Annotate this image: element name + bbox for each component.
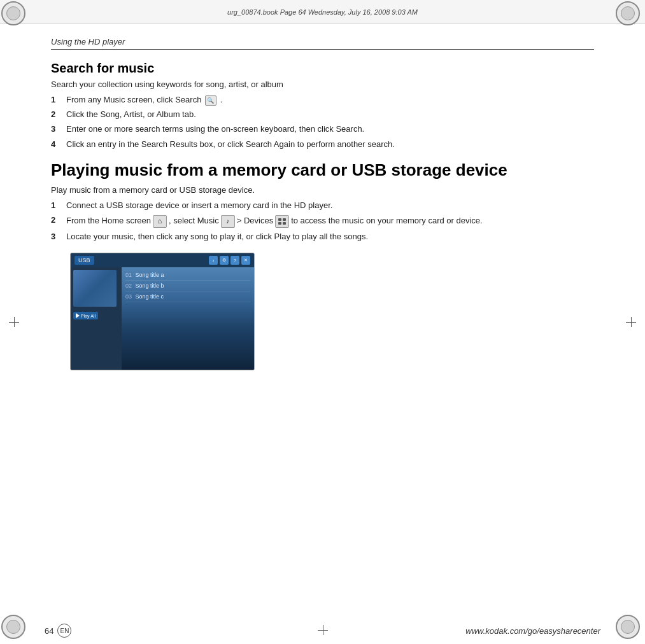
corner-decoration-bl xyxy=(1,615,29,643)
side-crosshair-left xyxy=(9,317,19,327)
corner-circle-bl xyxy=(1,615,25,639)
en-badge: EN xyxy=(57,624,71,638)
song-title: Song title a xyxy=(136,272,164,278)
screen-icon-1: ♪ xyxy=(209,256,218,265)
bottom-center-crosshair xyxy=(318,625,328,635)
svg-rect-2 xyxy=(278,222,281,225)
svg-rect-3 xyxy=(283,222,286,225)
corner-circle-inner-tl xyxy=(6,6,20,20)
song-title: Song title b xyxy=(136,283,164,289)
search-heading: Search for music xyxy=(51,61,594,76)
corner-decoration-tl xyxy=(1,1,29,29)
music-icon: ♪ xyxy=(221,215,235,228)
song-item: 03 Song title c xyxy=(125,291,250,302)
screenshot-content: Play All 01 Song title a 02 Song title b xyxy=(71,267,254,370)
play-step-number-1: 1 xyxy=(51,200,62,211)
screen-icon-2: ⚙ xyxy=(220,256,229,265)
play-all-button: Play All xyxy=(73,312,98,319)
side-crosshair-right xyxy=(626,317,636,327)
page-number: 64 xyxy=(45,626,53,636)
screenshot-top-bar: USB ♪ ⚙ ? ✕ xyxy=(71,253,254,267)
step-item: 1 Connect a USB storage device or insert… xyxy=(51,200,594,211)
screen-left-panel: Play All xyxy=(71,267,122,370)
step-number-1: 1 xyxy=(51,94,62,106)
song-list: 01 Song title a 02 Song title b 03 Song … xyxy=(125,270,250,302)
song-number: 02 xyxy=(125,283,132,289)
step-item: 1 From any Music screen, click Search . xyxy=(51,94,594,106)
screen-icon-3: ? xyxy=(230,256,239,265)
step-number-2: 2 xyxy=(51,109,62,120)
play-step-number-3: 3 xyxy=(51,231,62,242)
section-divider xyxy=(51,49,594,50)
playing-steps-list: 1 Connect a USB storage device or insert… xyxy=(51,200,594,242)
step-item: 3 Enter one or more search terms using t… xyxy=(51,123,594,135)
top-bar-text: urg_00874.book Page 64 Wednesday, July 1… xyxy=(227,8,418,16)
corner-circle-inner-bl xyxy=(6,620,20,634)
screenshot-image: USB ♪ ⚙ ? ✕ Play All xyxy=(70,253,255,370)
screen-right-panel: 01 Song title a 02 Song title b 03 Song … xyxy=(122,267,254,370)
footer-page-number: 64 EN xyxy=(45,624,71,638)
svg-rect-1 xyxy=(283,218,286,221)
svg-rect-0 xyxy=(278,218,281,221)
search-icon-inline xyxy=(205,95,216,106)
corner-circle-inner-tr xyxy=(621,6,635,20)
page-container: urg_00874.book Page 64 Wednesday, July 1… xyxy=(0,0,645,644)
step-text-2: Click the Song, Artist, or Album tab. xyxy=(66,109,594,120)
step-item: 4 Click an entry in the Search Results b… xyxy=(51,139,594,150)
footer-url: www.kodak.com/go/easysharecenter xyxy=(465,626,600,636)
album-art xyxy=(73,270,117,307)
playing-subtext: Play music from a memory card or USB sto… xyxy=(51,185,594,195)
play-step-text-3: Locate your music, then click any song t… xyxy=(66,231,594,242)
corner-circle-tr xyxy=(616,1,640,25)
song-number: 03 xyxy=(125,293,132,300)
step-item: 2 From the Home screen ⌂ , select Music … xyxy=(51,214,594,228)
song-title: Song title c xyxy=(136,293,164,300)
step-text-3: Enter one or more search terms using the… xyxy=(66,123,594,135)
song-item: 01 Song title a xyxy=(125,270,250,281)
screen-tab-usb: USB xyxy=(74,256,94,265)
corner-circle-br xyxy=(616,615,640,639)
content-area: Using the HD player Search for music Sea… xyxy=(45,24,600,612)
devices-icon xyxy=(275,215,289,228)
step-number-4: 4 xyxy=(51,139,62,150)
search-subtext: Search your collection using keywords fo… xyxy=(51,80,594,89)
home-icon: ⌂ xyxy=(153,215,167,228)
corner-circle-inner-br xyxy=(621,620,635,634)
play-all-label: Play All xyxy=(81,314,96,318)
corner-circle-tl xyxy=(1,1,25,25)
play-step-text-2: From the Home screen ⌂ , select Music ♪ … xyxy=(66,214,594,228)
play-icon xyxy=(76,313,80,318)
song-item: 02 Song title b xyxy=(125,281,250,291)
top-bar: urg_00874.book Page 64 Wednesday, July 1… xyxy=(0,0,645,24)
step-text-1: From any Music screen, click Search . xyxy=(66,94,594,106)
step-item: 2 Click the Song, Artist, or Album tab. xyxy=(51,109,594,120)
corner-decoration-br xyxy=(616,615,644,643)
screen-icons: ♪ ⚙ ? ✕ xyxy=(209,256,250,265)
step-item: 3 Locate your music, then click any song… xyxy=(51,231,594,242)
play-step-text-1: Connect a USB storage device or insert a… xyxy=(66,200,594,211)
section-title: Using the HD player xyxy=(51,37,594,46)
step-text-4: Click an entry in the Search Results box… xyxy=(66,139,594,150)
search-steps-list: 1 From any Music screen, click Search . … xyxy=(51,94,594,150)
song-number: 01 xyxy=(125,272,132,278)
playing-heading: Playing music from a memory card or USB … xyxy=(51,160,594,180)
corner-decoration-tr xyxy=(616,1,644,29)
play-step-number-2: 2 xyxy=(51,214,62,226)
screen-icon-4: ✕ xyxy=(241,256,250,265)
step-number-3: 3 xyxy=(51,123,62,135)
